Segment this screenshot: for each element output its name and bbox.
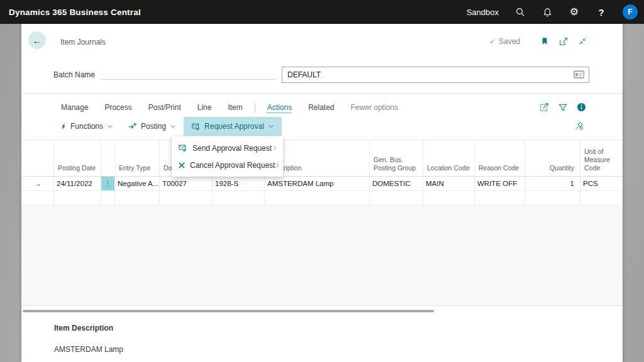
- info-icon[interactable]: [577, 102, 586, 112]
- bookmark-icon[interactable]: [541, 36, 548, 46]
- col-header-row-menu: [101, 140, 115, 176]
- empty-cell[interactable]: [265, 191, 370, 206]
- tab-related[interactable]: Related: [300, 103, 342, 112]
- table-row[interactable]: → 24/11/2022 ⋮ Negative A... T00027 1928…: [23, 177, 623, 191]
- menu-item-label: Cancel Approval Request: [190, 161, 275, 170]
- chevron-right-icon: [272, 145, 278, 152]
- lookup-icon[interactable]: [574, 70, 585, 80]
- empty-cell[interactable]: [370, 191, 423, 206]
- journal-lines-table: Posting Date Entry Type Document No. Ite…: [23, 140, 623, 206]
- col-header-indicator: [23, 140, 54, 176]
- share-icon[interactable]: [540, 102, 549, 112]
- page-title: Item Journals: [60, 38, 106, 47]
- empty-cell[interactable]: [101, 191, 115, 206]
- chevron-down-icon: [170, 123, 176, 129]
- tab-manage[interactable]: Manage: [53, 103, 96, 112]
- empty-cell[interactable]: [160, 191, 213, 206]
- tab-process[interactable]: Process: [96, 103, 140, 112]
- top-navigation-bar: Dynamics 365 Business Central Sandbox ⚙ …: [0, 0, 644, 24]
- col-header-quantity[interactable]: Quantity: [525, 140, 580, 176]
- empty-cell[interactable]: [423, 191, 475, 206]
- user-avatar[interactable]: F: [623, 4, 638, 19]
- cell-posting-date[interactable]: 24/11/2022: [54, 177, 101, 191]
- row-ellipsis-icon[interactable]: ⋮: [101, 177, 115, 191]
- batch-name-value: DEFAULT: [287, 70, 321, 79]
- col-header-gen-bus-posting-group[interactable]: Gen. Bus. Posting Group: [370, 140, 423, 176]
- posting-button[interactable]: Posting: [121, 117, 184, 136]
- cell-unit-of-measure[interactable]: PCS: [580, 177, 623, 191]
- app-title: Dynamics 365 Business Central: [9, 8, 141, 17]
- topbar-actions: Sandbox ⚙ ? F: [467, 4, 638, 19]
- help-icon[interactable]: ?: [596, 6, 607, 18]
- col-header-location-code[interactable]: Location Code: [423, 140, 475, 176]
- notifications-bell-icon[interactable]: [541, 6, 553, 18]
- search-icon[interactable]: [514, 6, 526, 18]
- batch-name-label: Batch Name: [53, 70, 95, 79]
- chevron-right-icon: [275, 162, 280, 169]
- menu-item-send-approval-request[interactable]: Send Approval Request: [172, 140, 283, 156]
- approval-envelope-icon: [191, 123, 201, 131]
- tab-line[interactable]: Line: [189, 103, 220, 112]
- functions-button[interactable]: Functions: [53, 117, 121, 136]
- cell-location-code[interactable]: MAIN: [423, 177, 475, 191]
- save-status: ✓ Saved: [489, 37, 520, 46]
- functions-label: Functions: [70, 122, 103, 131]
- batch-name-input[interactable]: DEFAULT: [282, 67, 589, 83]
- collapse-icon[interactable]: [579, 37, 587, 45]
- lightning-icon: [60, 123, 67, 131]
- command-toolbar: Functions Posting Request Approval: [53, 117, 282, 136]
- cell-document-no[interactable]: T00027: [160, 177, 213, 191]
- request-approval-button[interactable]: Request Approval: [184, 117, 282, 136]
- cell-entry-type[interactable]: Negative A...: [115, 177, 160, 191]
- settings-gear-icon[interactable]: ⚙: [569, 6, 580, 18]
- menubar-separator: [255, 103, 255, 112]
- col-header-unit-of-measure[interactable]: Unit of Measure Code: [580, 140, 623, 176]
- page-header-actions: ✓ Saved: [489, 36, 587, 46]
- cell-item-no[interactable]: 1928-S: [213, 177, 265, 191]
- tab-post-print[interactable]: Post/Print: [140, 103, 189, 112]
- check-icon: ✓: [489, 37, 496, 46]
- cancel-x-icon: [178, 162, 186, 169]
- pin-icon[interactable]: [575, 121, 584, 133]
- empty-cell[interactable]: [580, 191, 623, 206]
- empty-cell: [23, 191, 54, 206]
- col-header-entry-type[interactable]: Entry Type: [115, 140, 160, 176]
- empty-cell[interactable]: [54, 191, 101, 206]
- table-row-empty[interactable]: [23, 191, 623, 206]
- menu-item-cancel-approval-request[interactable]: Cancel Approval Request: [172, 156, 283, 173]
- menubar-right-icons: [540, 102, 586, 112]
- send-approval-envelope-icon: [178, 144, 188, 152]
- item-description-label: Item Description: [54, 324, 113, 332]
- request-approval-dropdown: Send Approval Request Cancel Approval Re…: [172, 136, 283, 177]
- request-approval-label: Request Approval: [204, 122, 264, 131]
- cell-description[interactable]: AMSTERDAM Lamp: [265, 177, 370, 191]
- chevron-down-icon: [268, 123, 274, 129]
- cell-gen-bus-posting-group[interactable]: DOMESTIC: [370, 177, 423, 191]
- tab-fewer-options[interactable]: Fewer options: [343, 103, 406, 112]
- batch-name-row: Batch Name DEFAULT: [53, 67, 589, 83]
- back-arrow-icon: ←: [33, 35, 42, 46]
- table-empty-area: [21, 206, 623, 306]
- environment-label[interactable]: Sandbox: [467, 8, 499, 17]
- cell-reason-code[interactable]: WRITE OFF: [475, 177, 525, 191]
- open-in-new-window-icon[interactable]: [559, 37, 568, 46]
- cell-quantity[interactable]: 1: [525, 177, 580, 191]
- dotted-leader: [101, 70, 275, 80]
- filter-icon[interactable]: [558, 103, 567, 112]
- horizontal-scrollbar[interactable]: [23, 310, 434, 312]
- posting-label: Posting: [141, 122, 166, 131]
- empty-cell[interactable]: [475, 191, 525, 206]
- col-header-reason-code[interactable]: Reason Code: [475, 140, 525, 176]
- col-header-posting-date[interactable]: Posting Date: [54, 140, 101, 176]
- empty-cell[interactable]: [525, 191, 580, 206]
- back-button[interactable]: ←: [28, 31, 46, 49]
- saved-label: Saved: [499, 37, 520, 46]
- tab-item[interactable]: Item: [219, 103, 250, 112]
- item-description-value: AMSTERDAM Lamp: [54, 345, 123, 354]
- table-header-row: Posting Date Entry Type Document No. Ite…: [23, 140, 623, 177]
- empty-cell[interactable]: [115, 191, 160, 206]
- menu-item-label: Send Approval Request: [192, 144, 272, 153]
- empty-cell[interactable]: [213, 191, 265, 206]
- page-card: ← Item Journals ✓ Saved Batch Name DEFAU…: [21, 24, 623, 362]
- tab-actions[interactable]: Actions: [259, 103, 300, 112]
